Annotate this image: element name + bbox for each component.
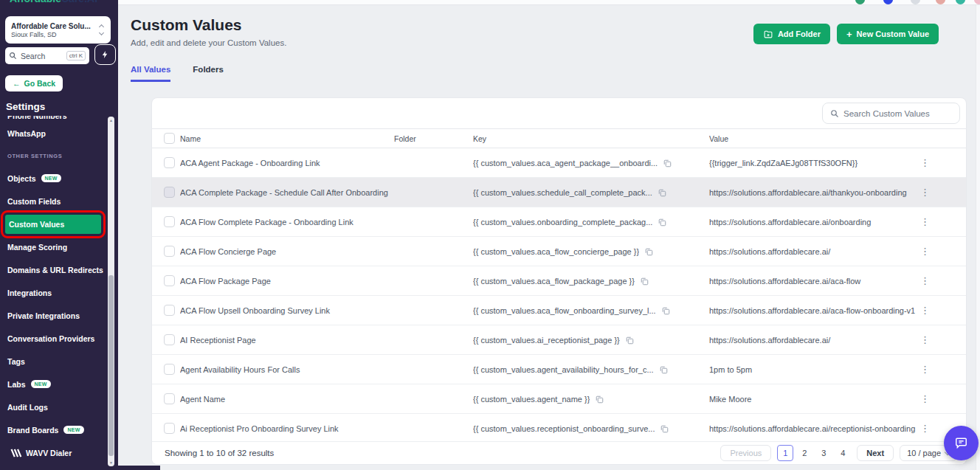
sidebar-item-brand-boards[interactable]: Brand BoardsNEW [0,418,108,441]
sidebar-item-integrations[interactable]: Integrations [0,281,108,304]
go-back-button[interactable]: ← Go Back [5,75,63,91]
scroll-down-arrow[interactable]: ▼ [108,460,114,465]
tab-folders[interactable]: Folders [193,65,224,82]
copy-icon[interactable] [660,424,669,433]
table-row[interactable]: ACA Flow Concierge Page {{ custom_values… [152,237,966,266]
column-header-folder[interactable]: Folder [394,134,473,143]
page-scrollbar[interactable] [976,5,980,470]
quick-actions-button[interactable] [94,44,116,65]
custom-value-value: https://solutions.affordablecare.ai/ [709,247,916,256]
column-header-value[interactable]: Value [709,134,916,143]
scrollbar-thumb[interactable] [108,275,114,456]
sidebar-item-audit-logs[interactable]: Audit Logs [0,395,108,418]
table-row[interactable]: ACA Flow Package Page {{ custom_values.a… [152,266,966,296]
table-row[interactable]: Ai Receptionist Pro Onboarding Survey Li… [152,414,966,441]
row-checkbox[interactable] [164,216,175,227]
chevron-updown-icon [100,25,105,35]
add-folder-button[interactable]: Add Folder [753,24,830,44]
sidebar-item-custom-fields[interactable]: Custom Fields [0,190,108,212]
copy-icon[interactable] [640,277,649,286]
sidebar-item-label: Brand Boards [7,426,58,435]
sidebar-item-whatsapp[interactable]: WhatsApp [0,122,108,145]
table-row[interactable]: ACA Complete Package - Schedule Call Aft… [152,178,966,207]
page-2-button[interactable]: 2 [796,445,812,461]
table-body: ACA Agent Package - Onboarding Link {{ c… [152,148,966,441]
sidebar-item-phone-numbers[interactable]: Phone Numbers [0,116,108,122]
row-menu-button[interactable]: ⋮ [920,364,930,375]
page-3-button[interactable]: 3 [815,445,832,461]
sidebar-item-wavv-dialer[interactable]: WAVV Dialer [0,441,108,464]
copy-icon[interactable] [595,395,604,404]
table-row[interactable]: ACA Flow Upsell Onboarding Survey Link {… [152,296,966,325]
account-location: Sioux Falls, SD [11,31,91,38]
copy-icon[interactable] [658,188,666,197]
column-header-key[interactable]: Key [473,134,709,143]
sidebar-item-labs[interactable]: LabsNEW [0,373,108,395]
custom-value-key: {{ custom_values.agent_name }} [473,395,590,404]
copy-icon[interactable] [663,159,672,167]
sidebar-item-objects[interactable]: ObjectsNEW [0,167,108,190]
tab-all-values[interactable]: All Values [131,65,170,82]
results-summary: Showing 1 to 10 of 32 results [165,449,274,457]
custom-value-name: Agent Availability Hours For Calls [180,365,394,374]
copy-icon[interactable] [659,365,668,374]
page-title: Custom Values [131,16,242,34]
new-custom-value-button[interactable]: + New Custom Value [837,24,939,44]
sidebar-item-manage-scoring[interactable]: Manage Scoring [0,235,108,258]
row-checkbox[interactable] [164,187,175,198]
chat-widget-button[interactable] [944,426,979,460]
table-row[interactable]: Agent Name {{ custom_values.agent_name }… [152,384,966,414]
row-menu-button[interactable]: ⋮ [920,393,930,404]
row-menu-button[interactable]: ⋮ [920,216,930,227]
row-menu-button[interactable]: ⋮ [920,334,930,345]
account-switcher[interactable]: Affordable Care Solu... Sioux Falls, SD [5,16,111,44]
scroll-up-arrow[interactable]: ▲ [108,118,114,122]
row-menu-button[interactable]: ⋮ [920,157,930,168]
copy-icon[interactable] [661,306,670,315]
row-checkbox[interactable] [164,364,175,375]
sidebar-item-label: WhatsApp [7,129,46,138]
table-row[interactable]: Agent Availability Hours For Calls {{ cu… [152,355,966,384]
row-menu-button[interactable]: ⋮ [920,423,930,434]
table-footer: Showing 1 to 10 of 32 results Previous 1… [152,441,966,464]
table-row[interactable]: ACA Agent Package - Onboarding Link {{ c… [152,148,966,178]
page-4-button[interactable]: 4 [835,445,851,461]
sidebar-search-input[interactable]: Search ctrl K [5,47,89,64]
custom-value-key: {{ custom_values.ai_receptionist_page }} [473,336,620,345]
row-checkbox[interactable] [164,393,175,404]
select-all-checkbox[interactable] [164,133,175,144]
app-window: AffordableCare.AI Affordable Care Solu..… [0,0,980,470]
folder-plus-icon [763,30,773,39]
table-header: Name Folder Key Value [152,128,966,148]
previous-page-button[interactable]: Previous [720,445,771,461]
row-menu-button[interactable]: ⋮ [920,187,930,198]
row-checkbox[interactable] [164,305,175,316]
row-checkbox[interactable] [164,246,175,257]
row-checkbox[interactable] [164,275,175,286]
copy-icon[interactable] [625,336,634,345]
sidebar-item-private-integrations[interactable]: Private Integrations [0,304,108,327]
custom-value-name: ACA Flow Concierge Page [180,247,394,256]
table-search-input[interactable]: Search Custom Values [822,103,960,124]
sidebar-item-custom-values[interactable]: Custom Values [5,215,101,234]
next-page-button[interactable]: Next [857,445,894,461]
sidebar-item-domains-url-redirects[interactable]: Domains & URL Redirects [0,258,108,281]
row-menu-button[interactable]: ⋮ [920,305,930,316]
row-menu-button[interactable]: ⋮ [920,246,930,257]
row-checkbox[interactable] [164,423,175,434]
app-logo: AffordableCare.AI [10,0,97,4]
row-checkbox[interactable] [164,157,175,168]
row-menu-button[interactable]: ⋮ [920,275,930,286]
sidebar-item-conversation-providers[interactable]: Conversation Providers [0,327,108,350]
copy-icon[interactable] [658,218,666,227]
sidebar-item-label: Domains & URL Redirects [7,266,103,274]
column-header-name[interactable]: Name [180,134,394,143]
table-row[interactable]: ACA Flow Complete Package - Onboarding L… [152,207,966,237]
row-checkbox[interactable] [164,334,175,345]
sidebar-scrollbar[interactable]: ▲ ▼ [108,117,114,466]
sidebar-item-tags[interactable]: Tags [0,350,108,373]
copy-icon[interactable] [644,247,653,256]
table-row[interactable]: AI Receptionist Page {{ custom_values.ai… [152,325,966,355]
page-1-button[interactable]: 1 [777,445,793,461]
custom-value-key: {{ custom_values.onboarding_complete_pac… [473,218,652,227]
